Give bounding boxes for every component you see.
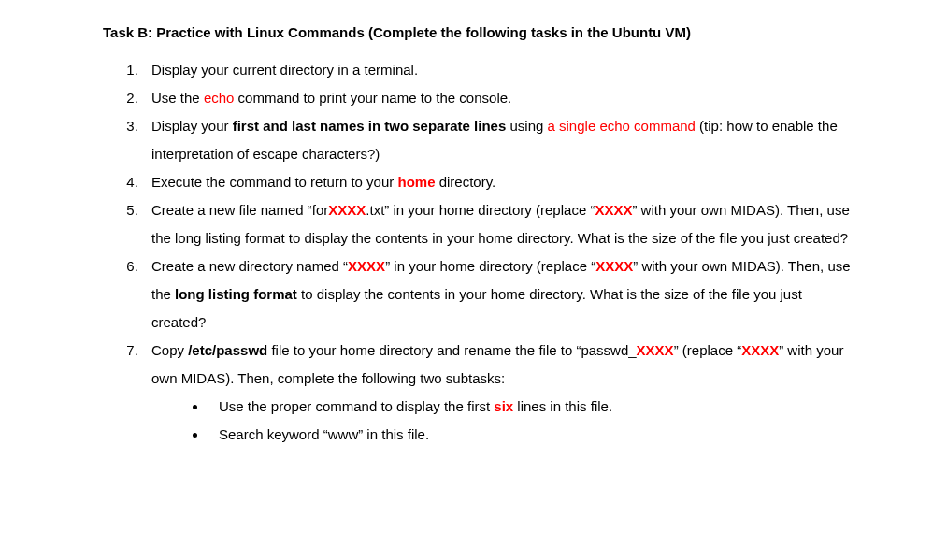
list-item: Copy /etc/passwd file to your home direc… bbox=[142, 337, 854, 449]
text: file to your home directory and rename t… bbox=[267, 342, 636, 358]
task-title: Task B: Practice with Linux Commands (Co… bbox=[103, 19, 854, 47]
list-item: Execute the command to return to your ho… bbox=[142, 168, 854, 196]
task-list: Display your current directory in a term… bbox=[103, 56, 854, 449]
text: Use the proper command to display the fi… bbox=[219, 398, 494, 414]
text-bold: first and last names in two separate lin… bbox=[233, 118, 507, 134]
text-redbold: XXXX bbox=[328, 202, 366, 218]
text-red: a single echo command bbox=[548, 118, 696, 134]
text-redbold: six bbox=[494, 398, 513, 414]
text: Create a new file named “for bbox=[151, 202, 328, 218]
list-item: Use the echo command to print your name … bbox=[142, 84, 854, 112]
text: Copy bbox=[151, 342, 188, 358]
text-redbold: XXXX bbox=[595, 202, 632, 218]
text-red: echo bbox=[204, 90, 235, 106]
text-bold: long listing format bbox=[175, 286, 297, 302]
sub-list-item: Use the proper command to display the fi… bbox=[208, 393, 854, 421]
text: directory. bbox=[435, 174, 495, 190]
text: Execute the command to return to your bbox=[151, 174, 397, 190]
list-item: Create a new directory named “XXXX” in y… bbox=[142, 252, 854, 337]
text: command to print your name to the consol… bbox=[234, 90, 511, 106]
text: Use the bbox=[151, 90, 204, 106]
text-redbold: XXXX bbox=[637, 342, 674, 358]
text: lines in this file. bbox=[513, 398, 612, 414]
list-item: Display your first and last names in two… bbox=[142, 112, 854, 168]
text: ” in your home directory (replace “ bbox=[385, 258, 595, 274]
text-redbold: home bbox=[397, 174, 435, 190]
text-redbold: XXXX bbox=[595, 258, 633, 274]
text-redbold: XXXX bbox=[348, 258, 385, 274]
text: using bbox=[506, 118, 547, 134]
sub-list-item: Search keyword “www” in this file. bbox=[208, 421, 854, 449]
list-item: Create a new file named “forXXXX.txt” in… bbox=[142, 196, 854, 252]
text: .txt” in your home directory (replace “ bbox=[366, 202, 595, 218]
text-redbold: XXXX bbox=[741, 342, 779, 358]
sub-list: Use the proper command to display the fi… bbox=[151, 393, 854, 449]
text: Display your current directory in a term… bbox=[151, 62, 418, 78]
text: Search keyword “www” in this file. bbox=[219, 426, 429, 442]
text-bold: /etc/passwd bbox=[188, 342, 267, 358]
text: Create a new directory named “ bbox=[151, 258, 348, 274]
text: ” (replace “ bbox=[674, 342, 742, 358]
list-item: Display your current directory in a term… bbox=[142, 56, 854, 84]
text: Display your bbox=[151, 118, 233, 134]
